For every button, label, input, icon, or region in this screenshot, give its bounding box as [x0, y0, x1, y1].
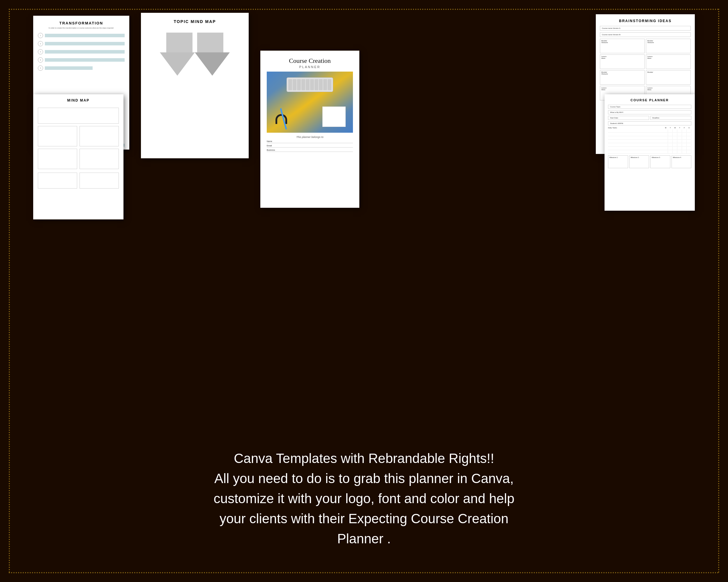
mind-box-1 [38, 126, 77, 146]
topic-rect-2 [197, 33, 223, 53]
topic-top-row [166, 33, 223, 53]
cp-start-date-label: Start Date: [610, 117, 647, 119]
cp-check-box-th-4 [677, 140, 682, 143]
cp-day-f: F [682, 127, 687, 129]
bottom-text: Canva Templates with Rebrandable Rights!… [68, 448, 660, 549]
cp-check-box-th-6 [677, 147, 682, 150]
bs-cell-6-label: Module/ [647, 71, 689, 73]
cp-wiifm-label: Student's WIIFM: [610, 122, 689, 124]
bottom-line-1: Canva Templates with Rebrandable Rights!… [234, 451, 494, 466]
cp-check-box-t-4 [668, 140, 673, 143]
cp-day-t1: T [668, 127, 673, 129]
row-bar-1 [45, 34, 125, 37]
transformation-subtitle: In order to create this transformation o… [33, 27, 129, 31]
cp-check-box-w-5 [673, 143, 677, 146]
cp-check-box-w-7 [673, 150, 677, 154]
cp-check-box-t-7 [668, 150, 673, 154]
cp-check-row-4 [608, 140, 691, 143]
bottom-line-5: Planner . [337, 531, 391, 546]
mind-map-bottom [33, 172, 124, 189]
cp-check-box-m-2 [664, 133, 668, 136]
bottom-text-area: Canva Templates with Rebrandable Rights!… [10, 443, 718, 555]
bs-cell-5: Module/Obstacle: [600, 70, 645, 85]
bs-cell-5-label: Module/Obstacle: [601, 71, 643, 75]
bs-version-a: Course name Version A: [600, 26, 691, 31]
brainstorming-title: BRAINSTORMING IDEAS [596, 14, 695, 26]
course-creation-subtitle: PLANNER [260, 65, 359, 72]
cp-deadline: Deadline: [650, 116, 691, 120]
cp-check-row-7 [608, 150, 691, 154]
bottom-line-3: customize it with your logo, font and co… [213, 491, 514, 506]
keyboard-icon [287, 77, 333, 92]
cp-check-box-f-4 [682, 140, 687, 143]
row-bar-3 [45, 50, 125, 54]
cp-check-box-th-5 [677, 143, 682, 146]
cp-check-box-w-3 [673, 137, 677, 139]
cp-check-box-f-6 [682, 147, 687, 150]
cp-check-box-f-3 [682, 137, 687, 139]
bs-cell-8-label: Lessonideas: [647, 87, 689, 90]
mind-box-wide-top [38, 108, 119, 124]
mind-box-sm-2 [79, 172, 119, 189]
transformation-rows: 1 2 3 4 5 [33, 31, 129, 75]
course-planner-title: COURSE PLANNER [604, 94, 695, 105]
outer-border: TRANSFORMATION In order to create this t… [9, 9, 719, 573]
topic-mind-map-column: TOPIC MIND MAP [141, 10, 249, 158]
bs-cell-6: Module/ [646, 70, 691, 85]
cp-check-box-m-7 [664, 150, 668, 154]
cp-check-box-f-5 [682, 143, 687, 146]
mind-box-4 [79, 149, 119, 169]
cp-check-row-5 [608, 143, 691, 147]
mind-box-3 [38, 149, 77, 169]
cp-start-date: Start Date: [608, 116, 649, 120]
bs-cell-2: Module/Obstacle: [646, 39, 691, 53]
row-bar-5 [45, 66, 93, 70]
cp-check-box-f-7 [682, 150, 687, 154]
course-planner-page: COURSE PLANNER Course Topic: What is My … [604, 94, 695, 211]
cp-milestone-2-box [631, 158, 648, 167]
cp-why: What is My WHY: [608, 110, 691, 114]
cp-check-box-s-2 [687, 133, 691, 136]
cp-check-box-w-1 [673, 130, 677, 132]
bs-version-b-label: Course name Version B: [602, 34, 689, 35]
cc-field-business: Business [267, 149, 353, 152]
cc-email-line [280, 145, 353, 146]
topic-triangle-left [160, 52, 195, 76]
cp-check-box-m-4 [664, 140, 668, 143]
cp-check-box-m-3 [664, 137, 668, 139]
cp-check-box-w-6 [673, 147, 677, 150]
cc-business-label: Business [267, 149, 280, 151]
cp-check-box-w-4 [673, 140, 677, 143]
bs-cell-4-label: Lessonideas: [647, 56, 689, 59]
cp-check-box-f-2 [682, 133, 687, 136]
cp-check-box-s-1 [687, 130, 691, 132]
cp-check-box-s-3 [687, 137, 691, 139]
cp-check-box-f-1 [682, 130, 687, 132]
bottom-line-4: your clients with their Expecting Course… [219, 511, 509, 526]
topic-triangle-right [195, 52, 230, 76]
cp-day-w: W [673, 127, 677, 129]
row-num-2: 2 [38, 41, 43, 46]
transform-row-3: 3 [38, 49, 125, 54]
bs-cell-2-label: Module/Obstacle: [647, 40, 689, 44]
photo-items [267, 72, 353, 133]
cc-field-email: Email [267, 145, 353, 147]
cp-dates-row: Start Date: Deadline: [608, 116, 691, 120]
course-creation-page: Course Creation PLANNER [260, 51, 359, 208]
cp-check-row-2 [608, 133, 691, 136]
cp-check-box-s-5 [687, 143, 691, 146]
cp-check-box-t-5 [668, 143, 673, 146]
topic-shapes [141, 30, 249, 76]
cp-check-row-1 [608, 129, 691, 133]
row-num-1: 1 [38, 33, 43, 38]
cp-check-box-th-7 [677, 150, 682, 154]
bs-grid-top: Module/Obstacle: Module/Obstacle: Lesson… [600, 39, 691, 69]
cp-milestone-3: Milestone 3: [650, 156, 670, 168]
cp-check-box-m-1 [664, 130, 668, 132]
row-num-3: 3 [38, 49, 43, 54]
bs-cell-1-label: Module/Obstacle: [601, 40, 643, 44]
transform-row-4: 4 [38, 57, 125, 62]
mind-map-grid [33, 105, 124, 171]
cp-wiifm: Student's WIIFM: [608, 121, 691, 126]
cc-business-line [280, 150, 353, 150]
